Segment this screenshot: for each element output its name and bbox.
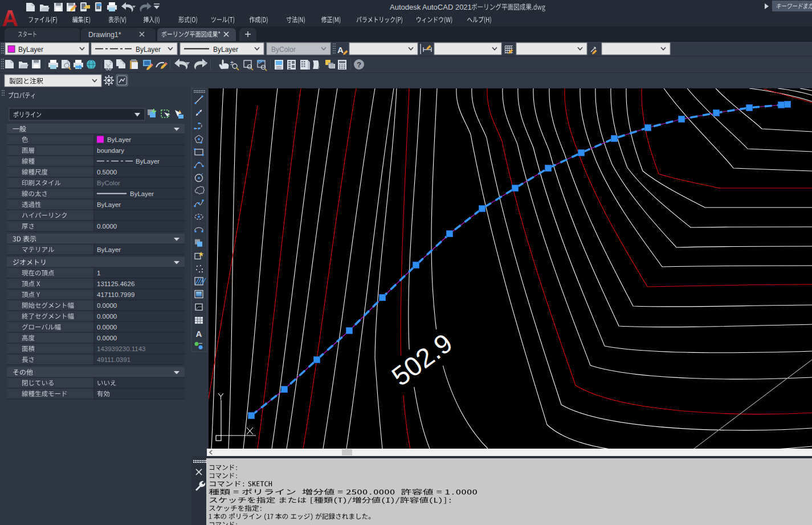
svg-text:A: A [2, 6, 18, 31]
svg-text:1: 1 [97, 270, 100, 276]
svg-text:A: A [196, 329, 202, 339]
svg-text:0.5000: 0.5000 [97, 169, 117, 176]
svg-text:0.0000: 0.0000 [97, 335, 117, 341]
svg-text:131125.4626: 131125.4626 [97, 280, 134, 287]
svg-text:ByColor: ByColor [271, 46, 296, 54]
svg-text:ByLayer: ByLayer [97, 246, 121, 253]
svg-text:ByLayer: ByLayer [136, 46, 161, 54]
svg-text:417110.7999: 417110.7999 [97, 291, 134, 298]
svg-text:143939230.1143: 143939230.1143 [97, 345, 146, 352]
svg-text:A: A [337, 45, 344, 55]
svg-text:ByColor: ByColor [97, 180, 120, 186]
svg-text:ByLayer: ByLayer [107, 136, 131, 143]
svg-text:Autodesk AutoCAD 2021: Autodesk AutoCAD 2021 [390, 3, 472, 11]
svg-text:0.0000: 0.0000 [97, 302, 117, 309]
svg-text:ByLayer: ByLayer [18, 46, 43, 54]
svg-text:ByLayer: ByLayer [136, 158, 160, 165]
svg-text:0.0000: 0.0000 [97, 313, 117, 320]
svg-text:49111.0391: 49111.0391 [97, 356, 130, 363]
svg-text:0.0000: 0.0000 [97, 324, 117, 331]
svg-text:ByLayer: ByLayer [213, 46, 238, 54]
svg-text:ByLayer: ByLayer [130, 190, 154, 197]
svg-text:boundary: boundary [97, 147, 124, 154]
svg-text:Drawing1*: Drawing1* [88, 31, 121, 39]
svg-text:ByLayer: ByLayer [97, 201, 121, 208]
svg-text:0.0000: 0.0000 [97, 223, 117, 230]
svg-text:?: ? [357, 60, 361, 69]
